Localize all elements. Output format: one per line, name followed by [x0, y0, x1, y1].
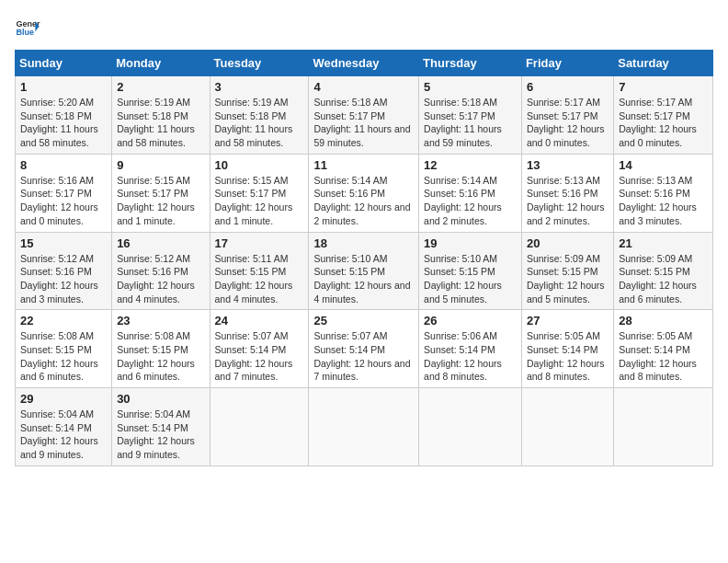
calendar-row: 22Sunrise: 5:08 AMSunset: 5:15 PMDayligh… [16, 310, 713, 388]
calendar-cell: 18Sunrise: 5:10 AMSunset: 5:15 PMDayligh… [309, 232, 419, 310]
day-number: 14 [619, 158, 708, 172]
day-info: Sunrise: 5:05 AMSunset: 5:14 PMDaylight:… [527, 329, 609, 384]
day-number: 18 [313, 236, 414, 250]
calendar-cell: 16Sunrise: 5:12 AMSunset: 5:16 PMDayligh… [112, 232, 210, 310]
day-info: Sunrise: 5:16 AMSunset: 5:17 PMDaylight:… [20, 174, 107, 228]
calendar-cell [210, 388, 309, 466]
day-info: Sunrise: 5:17 AMSunset: 5:17 PMDaylight:… [619, 96, 708, 150]
calendar-cell [309, 388, 419, 466]
weekday-header-friday: Friday [521, 51, 613, 76]
day-info: Sunrise: 5:11 AMSunset: 5:15 PMDaylight:… [215, 252, 304, 306]
day-info: Sunrise: 5:12 AMSunset: 5:16 PMDaylight:… [20, 252, 107, 306]
calendar-cell: 7Sunrise: 5:17 AMSunset: 5:17 PMDaylight… [614, 76, 713, 155]
calendar-cell: 17Sunrise: 5:11 AMSunset: 5:15 PMDayligh… [210, 232, 309, 310]
calendar-row: 1Sunrise: 5:20 AMSunset: 5:18 PMDaylight… [16, 76, 713, 155]
calendar-cell: 26Sunrise: 5:06 AMSunset: 5:14 PMDayligh… [419, 310, 522, 388]
calendar-cell: 22Sunrise: 5:08 AMSunset: 5:15 PMDayligh… [16, 310, 112, 388]
calendar-cell: 10Sunrise: 5:15 AMSunset: 5:17 PMDayligh… [210, 154, 309, 232]
day-info: Sunrise: 5:19 AMSunset: 5:18 PMDaylight:… [215, 96, 304, 150]
day-info: Sunrise: 5:18 AMSunset: 5:17 PMDaylight:… [313, 96, 414, 150]
calendar-cell: 24Sunrise: 5:07 AMSunset: 5:14 PMDayligh… [210, 310, 309, 388]
day-info: Sunrise: 5:13 AMSunset: 5:16 PMDaylight:… [527, 174, 609, 228]
calendar-cell: 9Sunrise: 5:15 AMSunset: 5:17 PMDaylight… [112, 154, 210, 232]
day-info: Sunrise: 5:09 AMSunset: 5:15 PMDaylight:… [619, 252, 708, 306]
weekday-header-sunday: Sunday [16, 51, 112, 76]
day-info: Sunrise: 5:06 AMSunset: 5:14 PMDaylight:… [424, 329, 517, 384]
calendar-cell: 5Sunrise: 5:18 AMSunset: 5:17 PMDaylight… [419, 76, 522, 155]
day-number: 19 [424, 236, 517, 250]
day-number: 26 [424, 314, 517, 327]
day-number: 17 [215, 236, 304, 250]
calendar-cell: 6Sunrise: 5:17 AMSunset: 5:17 PMDaylight… [521, 76, 613, 155]
day-info: Sunrise: 5:05 AMSunset: 5:14 PMDaylight:… [619, 329, 708, 384]
calendar-cell: 28Sunrise: 5:05 AMSunset: 5:14 PMDayligh… [614, 310, 713, 388]
calendar-table: SundayMondayTuesdayWednesdayThursdayFrid… [15, 50, 713, 466]
weekday-header-monday: Monday [112, 51, 210, 76]
day-number: 8 [20, 158, 107, 172]
day-info: Sunrise: 5:13 AMSunset: 5:16 PMDaylight:… [619, 174, 708, 228]
day-info: Sunrise: 5:08 AMSunset: 5:15 PMDaylight:… [117, 329, 204, 384]
day-info: Sunrise: 5:15 AMSunset: 5:17 PMDaylight:… [215, 174, 304, 228]
day-number: 10 [215, 158, 304, 172]
day-number: 5 [424, 80, 517, 94]
calendar-body: 1Sunrise: 5:20 AMSunset: 5:18 PMDaylight… [16, 76, 713, 466]
calendar-cell [614, 388, 713, 466]
day-number: 28 [619, 314, 708, 327]
day-number: 12 [424, 158, 517, 172]
day-info: Sunrise: 5:07 AMSunset: 5:14 PMDaylight:… [313, 329, 414, 384]
day-info: Sunrise: 5:15 AMSunset: 5:17 PMDaylight:… [117, 174, 204, 228]
day-info: Sunrise: 5:14 AMSunset: 5:16 PMDaylight:… [313, 174, 414, 228]
calendar-header: SundayMondayTuesdayWednesdayThursdayFrid… [16, 51, 713, 76]
calendar-row: 29Sunrise: 5:04 AMSunset: 5:14 PMDayligh… [16, 388, 713, 466]
calendar-cell: 21Sunrise: 5:09 AMSunset: 5:15 PMDayligh… [614, 232, 713, 310]
day-info: Sunrise: 5:12 AMSunset: 5:16 PMDaylight:… [117, 252, 204, 306]
calendar-cell: 12Sunrise: 5:14 AMSunset: 5:16 PMDayligh… [419, 154, 522, 232]
calendar-cell: 14Sunrise: 5:13 AMSunset: 5:16 PMDayligh… [614, 154, 713, 232]
day-number: 9 [117, 158, 204, 172]
calendar-cell: 1Sunrise: 5:20 AMSunset: 5:18 PMDaylight… [16, 76, 112, 155]
weekday-header-thursday: Thursday [419, 51, 522, 76]
day-number: 21 [619, 236, 708, 250]
calendar-cell [521, 388, 613, 466]
calendar-cell: 2Sunrise: 5:19 AMSunset: 5:18 PMDaylight… [112, 76, 210, 155]
day-number: 27 [527, 314, 609, 327]
calendar-cell: 3Sunrise: 5:19 AMSunset: 5:18 PMDaylight… [210, 76, 309, 155]
calendar-cell: 13Sunrise: 5:13 AMSunset: 5:16 PMDayligh… [521, 154, 613, 232]
day-info: Sunrise: 5:19 AMSunset: 5:18 PMDaylight:… [117, 96, 204, 150]
day-info: Sunrise: 5:10 AMSunset: 5:15 PMDaylight:… [424, 252, 517, 306]
day-number: 11 [313, 158, 414, 172]
day-number: 24 [215, 314, 304, 327]
calendar-cell: 30Sunrise: 5:04 AMSunset: 5:14 PMDayligh… [112, 388, 210, 466]
svg-text:Blue: Blue [16, 28, 34, 37]
calendar-row: 15Sunrise: 5:12 AMSunset: 5:16 PMDayligh… [16, 232, 713, 310]
day-info: Sunrise: 5:07 AMSunset: 5:14 PMDaylight:… [215, 329, 304, 384]
calendar-cell [419, 388, 522, 466]
weekday-header-wednesday: Wednesday [309, 51, 419, 76]
day-info: Sunrise: 5:10 AMSunset: 5:15 PMDaylight:… [313, 252, 414, 306]
calendar-cell: 11Sunrise: 5:14 AMSunset: 5:16 PMDayligh… [309, 154, 419, 232]
day-number: 22 [20, 314, 107, 327]
weekday-header-saturday: Saturday [614, 51, 713, 76]
day-number: 23 [117, 314, 204, 327]
calendar-cell: 20Sunrise: 5:09 AMSunset: 5:15 PMDayligh… [521, 232, 613, 310]
day-info: Sunrise: 5:04 AMSunset: 5:14 PMDaylight:… [117, 408, 204, 462]
logo: General Blue [15, 15, 40, 40]
day-number: 3 [215, 80, 304, 94]
day-number: 30 [117, 392, 204, 406]
day-info: Sunrise: 5:18 AMSunset: 5:17 PMDaylight:… [424, 96, 517, 150]
day-info: Sunrise: 5:08 AMSunset: 5:15 PMDaylight:… [20, 329, 107, 384]
calendar-cell: 25Sunrise: 5:07 AMSunset: 5:14 PMDayligh… [309, 310, 419, 388]
calendar-cell: 23Sunrise: 5:08 AMSunset: 5:15 PMDayligh… [112, 310, 210, 388]
day-info: Sunrise: 5:14 AMSunset: 5:16 PMDaylight:… [424, 174, 517, 228]
calendar-cell: 4Sunrise: 5:18 AMSunset: 5:17 PMDaylight… [309, 76, 419, 155]
calendar-cell: 27Sunrise: 5:05 AMSunset: 5:14 PMDayligh… [521, 310, 613, 388]
day-info: Sunrise: 5:09 AMSunset: 5:15 PMDaylight:… [527, 252, 609, 306]
weekday-header-tuesday: Tuesday [210, 51, 309, 76]
day-info: Sunrise: 5:04 AMSunset: 5:14 PMDaylight:… [20, 408, 107, 462]
day-number: 7 [619, 80, 708, 94]
day-number: 1 [20, 80, 107, 94]
day-info: Sunrise: 5:20 AMSunset: 5:18 PMDaylight:… [20, 96, 107, 150]
day-info: Sunrise: 5:17 AMSunset: 5:17 PMDaylight:… [527, 96, 609, 150]
day-number: 20 [527, 236, 609, 250]
day-number: 4 [313, 80, 414, 94]
